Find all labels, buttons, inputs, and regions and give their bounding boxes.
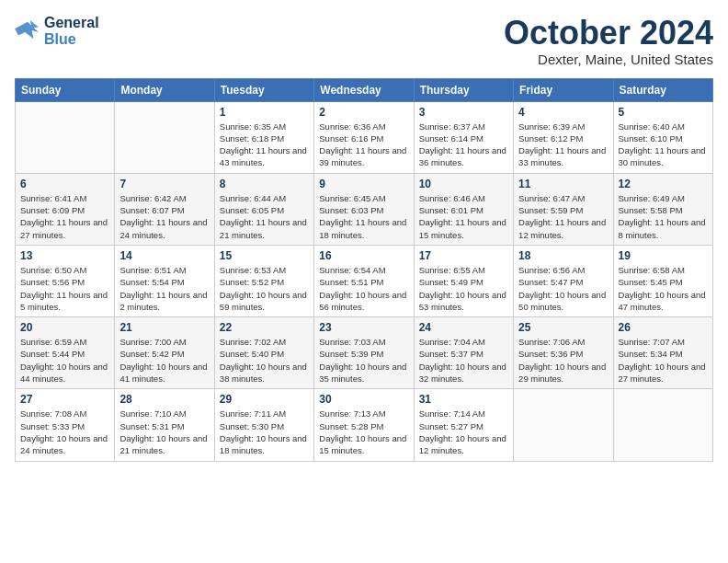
table-row: 7Sunrise: 6:42 AMSunset: 6:07 PMDaylight… xyxy=(115,173,214,245)
day-number: 15 xyxy=(220,249,309,262)
day-number: 29 xyxy=(220,393,309,406)
day-info: Sunrise: 6:54 AMSunset: 5:51 PMDaylight:… xyxy=(319,264,408,313)
day-info: Sunrise: 6:39 AMSunset: 6:12 PMDaylight:… xyxy=(518,121,608,169)
day-number: 6 xyxy=(20,178,109,190)
day-info: Sunrise: 7:14 AMSunset: 5:27 PMDaylight:… xyxy=(419,408,508,456)
day-info: Sunrise: 6:42 AMSunset: 6:07 PMDaylight:… xyxy=(119,192,209,241)
table-row: 30Sunrise: 7:13 AMSunset: 5:28 PMDayligh… xyxy=(314,389,414,461)
calendar-week-row: 13Sunrise: 6:50 AMSunset: 5:56 PMDayligh… xyxy=(16,245,713,316)
day-number: 2 xyxy=(319,106,408,119)
day-number: 12 xyxy=(619,178,708,190)
day-number: 19 xyxy=(619,249,708,262)
day-info: Sunrise: 7:08 AMSunset: 5:33 PMDaylight:… xyxy=(20,408,109,456)
table-row: 26Sunrise: 7:07 AMSunset: 5:34 PMDayligh… xyxy=(613,317,712,389)
day-number: 16 xyxy=(319,249,408,262)
calendar-week-row: 1Sunrise: 6:35 AMSunset: 6:18 PMDaylight… xyxy=(16,101,713,173)
day-number: 10 xyxy=(419,178,508,190)
table-row: 8Sunrise: 6:44 AMSunset: 6:05 PMDaylight… xyxy=(214,173,313,245)
day-info: Sunrise: 6:47 AMSunset: 5:59 PMDaylight:… xyxy=(518,192,608,241)
table-row: 4Sunrise: 6:39 AMSunset: 6:12 PMDaylight… xyxy=(514,101,613,173)
header-thursday: Thursday xyxy=(414,78,513,101)
day-info: Sunrise: 6:56 AMSunset: 5:47 PMDaylight:… xyxy=(518,264,608,313)
table-row: 25Sunrise: 7:06 AMSunset: 5:36 PMDayligh… xyxy=(514,317,613,389)
day-info: Sunrise: 6:53 AMSunset: 5:52 PMDaylight:… xyxy=(220,264,309,313)
table-row: 31Sunrise: 7:14 AMSunset: 5:27 PMDayligh… xyxy=(414,389,513,461)
day-info: Sunrise: 7:00 AMSunset: 5:42 PMDaylight:… xyxy=(119,336,209,385)
table-row: 9Sunrise: 6:45 AMSunset: 6:03 PMDaylight… xyxy=(314,173,414,245)
day-number: 24 xyxy=(419,321,508,334)
day-info: Sunrise: 6:36 AMSunset: 6:16 PMDaylight:… xyxy=(319,121,408,169)
table-row: 2Sunrise: 6:36 AMSunset: 6:16 PMDaylight… xyxy=(314,101,414,173)
day-number: 27 xyxy=(20,393,109,406)
day-info: Sunrise: 6:59 AMSunset: 5:44 PMDaylight:… xyxy=(20,336,109,385)
day-number: 4 xyxy=(518,106,608,119)
table-row: 5Sunrise: 6:40 AMSunset: 6:10 PMDaylight… xyxy=(613,101,712,173)
calendar-week-row: 20Sunrise: 6:59 AMSunset: 5:44 PMDayligh… xyxy=(16,317,713,389)
table-row: 28Sunrise: 7:10 AMSunset: 5:31 PMDayligh… xyxy=(115,389,214,461)
logo-text: General Blue xyxy=(44,15,99,48)
table-row xyxy=(613,389,712,461)
day-number: 31 xyxy=(419,393,508,406)
day-info: Sunrise: 6:51 AMSunset: 5:54 PMDaylight:… xyxy=(119,264,209,313)
header-friday: Friday xyxy=(514,78,613,101)
day-info: Sunrise: 6:37 AMSunset: 6:14 PMDaylight:… xyxy=(419,121,508,169)
table-row xyxy=(514,389,613,461)
logo: General Blue xyxy=(15,15,99,48)
header-sunday: Sunday xyxy=(16,78,115,101)
table-row: 16Sunrise: 6:54 AMSunset: 5:51 PMDayligh… xyxy=(314,245,414,316)
day-info: Sunrise: 6:50 AMSunset: 5:56 PMDaylight:… xyxy=(20,264,109,313)
header-tuesday: Tuesday xyxy=(214,78,313,101)
table-row: 22Sunrise: 7:02 AMSunset: 5:40 PMDayligh… xyxy=(214,317,313,389)
calendar-week-row: 27Sunrise: 7:08 AMSunset: 5:33 PMDayligh… xyxy=(16,389,713,461)
table-row: 29Sunrise: 7:11 AMSunset: 5:30 PMDayligh… xyxy=(214,389,313,461)
table-row: 15Sunrise: 6:53 AMSunset: 5:52 PMDayligh… xyxy=(214,245,313,316)
day-info: Sunrise: 6:35 AMSunset: 6:18 PMDaylight:… xyxy=(220,121,309,169)
location: Dexter, Maine, United States xyxy=(504,52,713,67)
month-title: October 2024 xyxy=(504,15,713,52)
day-info: Sunrise: 6:58 AMSunset: 5:45 PMDaylight:… xyxy=(619,264,708,313)
day-number: 14 xyxy=(119,249,209,262)
day-info: Sunrise: 7:02 AMSunset: 5:40 PMDaylight:… xyxy=(220,336,309,385)
table-row: 27Sunrise: 7:08 AMSunset: 5:33 PMDayligh… xyxy=(16,389,115,461)
calendar-table: Sunday Monday Tuesday Wednesday Thursday… xyxy=(15,78,713,462)
calendar-week-row: 6Sunrise: 6:41 AMSunset: 6:09 PMDaylight… xyxy=(16,173,713,245)
logo-icon xyxy=(15,20,40,42)
table-row: 12Sunrise: 6:49 AMSunset: 5:58 PMDayligh… xyxy=(613,173,712,245)
table-row: 20Sunrise: 6:59 AMSunset: 5:44 PMDayligh… xyxy=(16,317,115,389)
header-wednesday: Wednesday xyxy=(314,78,414,101)
table-row: 18Sunrise: 6:56 AMSunset: 5:47 PMDayligh… xyxy=(514,245,613,316)
day-number: 11 xyxy=(518,178,608,190)
day-info: Sunrise: 6:49 AMSunset: 5:58 PMDaylight:… xyxy=(619,192,708,241)
table-row: 6Sunrise: 6:41 AMSunset: 6:09 PMDaylight… xyxy=(16,173,115,245)
table-row: 14Sunrise: 6:51 AMSunset: 5:54 PMDayligh… xyxy=(115,245,214,316)
day-number: 22 xyxy=(220,321,309,334)
header-saturday: Saturday xyxy=(613,78,712,101)
table-row: 1Sunrise: 6:35 AMSunset: 6:18 PMDaylight… xyxy=(214,101,313,173)
day-number: 17 xyxy=(419,249,508,262)
day-number: 7 xyxy=(119,178,209,190)
day-number: 18 xyxy=(518,249,608,262)
table-row: 11Sunrise: 6:47 AMSunset: 5:59 PMDayligh… xyxy=(514,173,613,245)
day-info: Sunrise: 6:45 AMSunset: 6:03 PMDaylight:… xyxy=(319,192,408,241)
day-info: Sunrise: 6:41 AMSunset: 6:09 PMDaylight:… xyxy=(20,192,109,241)
table-row: 17Sunrise: 6:55 AMSunset: 5:49 PMDayligh… xyxy=(414,245,513,316)
day-info: Sunrise: 7:04 AMSunset: 5:37 PMDaylight:… xyxy=(419,336,508,385)
day-info: Sunrise: 7:11 AMSunset: 5:30 PMDaylight:… xyxy=(220,408,309,456)
day-info: Sunrise: 7:10 AMSunset: 5:31 PMDaylight:… xyxy=(119,408,209,456)
day-info: Sunrise: 7:03 AMSunset: 5:39 PMDaylight:… xyxy=(319,336,408,385)
table-row xyxy=(16,101,115,173)
day-number: 21 xyxy=(119,321,209,334)
day-number: 28 xyxy=(119,393,209,406)
header-monday: Monday xyxy=(115,78,214,101)
table-row: 24Sunrise: 7:04 AMSunset: 5:37 PMDayligh… xyxy=(414,317,513,389)
day-number: 20 xyxy=(20,321,109,334)
day-info: Sunrise: 6:44 AMSunset: 6:05 PMDaylight:… xyxy=(220,192,309,241)
day-info: Sunrise: 7:13 AMSunset: 5:28 PMDaylight:… xyxy=(319,408,408,456)
day-number: 13 xyxy=(20,249,109,262)
table-row: 19Sunrise: 6:58 AMSunset: 5:45 PMDayligh… xyxy=(613,245,712,316)
calendar-header-row: Sunday Monday Tuesday Wednesday Thursday… xyxy=(16,78,713,101)
day-info: Sunrise: 7:07 AMSunset: 5:34 PMDaylight:… xyxy=(619,336,708,385)
table-row: 10Sunrise: 6:46 AMSunset: 6:01 PMDayligh… xyxy=(414,173,513,245)
day-number: 1 xyxy=(220,106,309,119)
day-number: 23 xyxy=(319,321,408,334)
